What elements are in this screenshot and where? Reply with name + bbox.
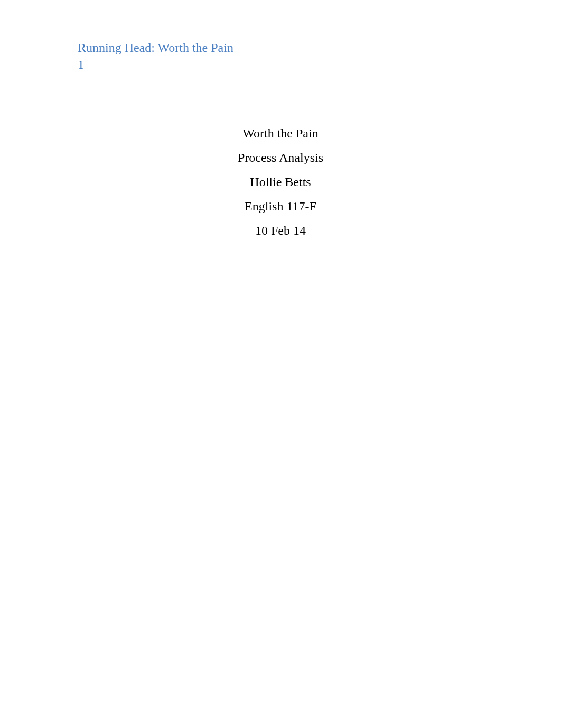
document-page: Running Head: Worth the Pain 1 Worth the… (0, 0, 561, 728)
running-head-text: Running Head: Worth the Pain (78, 39, 483, 56)
title-block: Worth the Pain Process Analysis Hollie B… (78, 126, 483, 238)
document-author: Hollie Betts (78, 175, 483, 189)
document-title: Worth the Pain (78, 126, 483, 141)
running-head: Running Head: Worth the Pain 1 (78, 39, 483, 73)
document-date: 10 Feb 14 (78, 224, 483, 238)
document-course: English 117-F (78, 199, 483, 214)
document-subtitle: Process Analysis (78, 151, 483, 165)
page-number: 1 (78, 56, 483, 73)
